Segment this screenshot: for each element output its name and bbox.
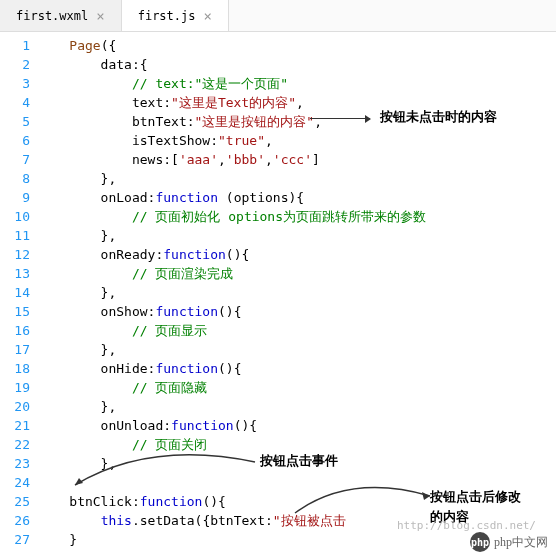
code-line[interactable]: // text:"这是一个页面"	[38, 74, 556, 93]
line-number: 27	[0, 530, 30, 549]
code-line[interactable]: },	[38, 226, 556, 245]
line-number: 12	[0, 245, 30, 264]
line-number: 16	[0, 321, 30, 340]
annotation-after-click-1: 按钮点击后修改	[430, 488, 521, 506]
code-line[interactable]: data:{	[38, 55, 556, 74]
line-number: 20	[0, 397, 30, 416]
code-line[interactable]: },	[38, 397, 556, 416]
code-line[interactable]: news:['aaa','bbb','ccc']	[38, 150, 556, 169]
line-number: 2	[0, 55, 30, 74]
line-gutter: 1234567891011121314151617181920212223242…	[0, 36, 38, 549]
tab-first-js[interactable]: first.js ×	[122, 0, 229, 31]
code-line[interactable]: },	[38, 169, 556, 188]
code-line[interactable]: },	[38, 283, 556, 302]
line-number: 11	[0, 226, 30, 245]
line-number: 13	[0, 264, 30, 283]
line-number: 1	[0, 36, 30, 55]
line-number: 8	[0, 169, 30, 188]
code-line[interactable]: onUnload:function(){	[38, 416, 556, 435]
tab-first-wxml[interactable]: first.wxml ×	[0, 0, 122, 31]
line-number: 25	[0, 492, 30, 511]
tab-bar: first.wxml × first.js ×	[0, 0, 556, 32]
line-number: 3	[0, 74, 30, 93]
arrow-curve-icon	[290, 478, 440, 518]
annotation-unclicked: 按钮未点击时的内容	[380, 108, 497, 126]
code-line[interactable]: onHide:function(){	[38, 359, 556, 378]
line-number: 14	[0, 283, 30, 302]
code-line[interactable]: isTextShow:"true",	[38, 131, 556, 150]
code-line[interactable]: onReady:function(){	[38, 245, 556, 264]
code-line[interactable]: Page({	[38, 36, 556, 55]
watermark-url: http://blog.csdn.net/	[397, 519, 536, 532]
tab-label: first.wxml	[16, 9, 88, 23]
tab-label: first.js	[138, 9, 196, 23]
code-line[interactable]: // 页面渲染完成	[38, 264, 556, 283]
annotation-click-event: 按钮点击事件	[260, 452, 338, 470]
line-number: 10	[0, 207, 30, 226]
code-line[interactable]: onShow:function(){	[38, 302, 556, 321]
line-number: 23	[0, 454, 30, 473]
line-number: 24	[0, 473, 30, 492]
code-line[interactable]: },	[38, 340, 556, 359]
line-number: 19	[0, 378, 30, 397]
code-line[interactable]: // 页面初始化 options为页面跳转所带来的参数	[38, 207, 556, 226]
line-number: 15	[0, 302, 30, 321]
arrow-curve-icon	[70, 450, 260, 490]
line-number: 7	[0, 150, 30, 169]
close-icon[interactable]: ×	[203, 8, 211, 24]
line-number: 26	[0, 511, 30, 530]
arrow-icon	[310, 118, 370, 119]
watermark: php php中文网	[470, 532, 548, 552]
line-number: 6	[0, 131, 30, 150]
line-number: 22	[0, 435, 30, 454]
line-number: 4	[0, 93, 30, 112]
code-line[interactable]: onLoad:function (options){	[38, 188, 556, 207]
code-line[interactable]: // 页面隐藏	[38, 378, 556, 397]
line-number: 9	[0, 188, 30, 207]
line-number: 5	[0, 112, 30, 131]
line-number: 17	[0, 340, 30, 359]
close-icon[interactable]: ×	[96, 8, 104, 24]
line-number: 18	[0, 359, 30, 378]
watermark-text: php中文网	[494, 534, 548, 551]
php-logo-icon: php	[470, 532, 490, 552]
code-line[interactable]: // 页面显示	[38, 321, 556, 340]
line-number: 21	[0, 416, 30, 435]
